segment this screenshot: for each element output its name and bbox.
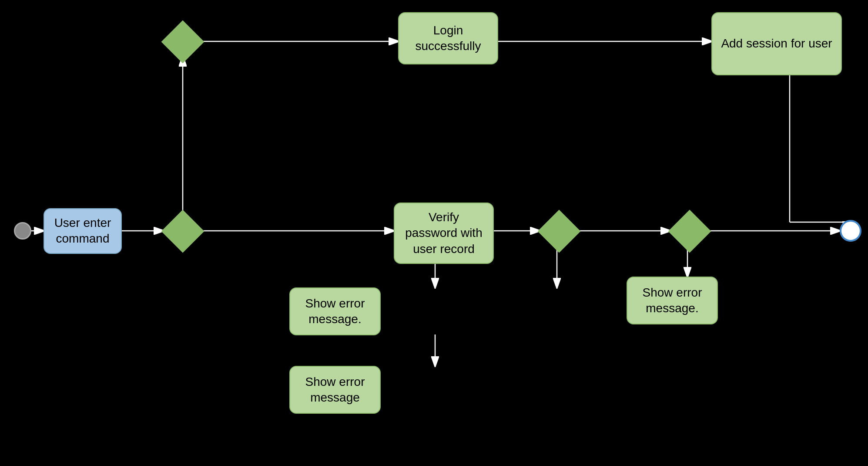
user-enter-command-node: User enter command <box>44 208 122 254</box>
decision-3-diamond <box>670 215 709 247</box>
diagram-container: User enter command Login successfully Ad… <box>0 0 868 466</box>
decision-1-diamond <box>163 215 202 247</box>
decision-2-diamond <box>540 215 579 247</box>
add-session-for-user-node: Add session for user <box>711 12 842 75</box>
start-circle <box>14 222 31 240</box>
login-successfully-node: Login successfully <box>398 12 498 64</box>
end-circle <box>840 220 861 242</box>
show-error-1-node: Show error message. <box>289 287 381 335</box>
show-error-2-node: Show error message. <box>627 277 718 324</box>
verify-password-node: Verify password with user record <box>394 203 494 264</box>
decision-top-diamond <box>163 25 202 58</box>
show-error-3-node: Show error message <box>289 366 381 414</box>
